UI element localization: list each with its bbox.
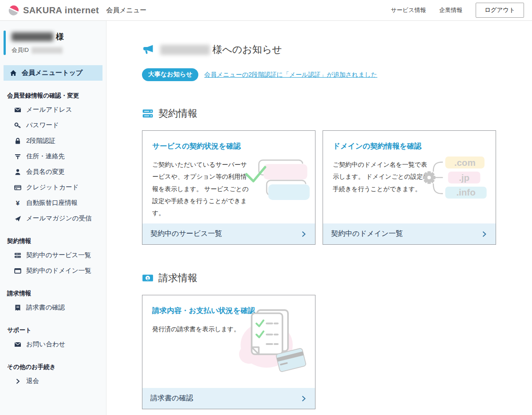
sidebar-item-label: 契約中のサービス一覧 — [26, 251, 91, 259]
sidebar-item-services-list[interactable]: 契約中のサービス一覧 — [4, 247, 102, 263]
empty-slot — [323, 295, 496, 409]
person-icon — [14, 168, 21, 176]
brand-name: SAKURA internet — [23, 5, 99, 16]
sidebar: 様 会員ID 会員メニュートップ 会員登録情報の確認・変更 メールアドレス パス… — [0, 21, 106, 415]
sidebar-item-email-address[interactable]: メールアドレス — [4, 102, 102, 117]
main-content: 様へのお知らせ 大事なお知らせ 会員メニューの2段階認証に「メール認証」が追加さ… — [106, 21, 532, 415]
lock-icon — [14, 137, 21, 145]
server-stack-icon — [14, 252, 21, 259]
user-name-suffix: 様 — [56, 31, 64, 42]
sidebar-item-member-name-change[interactable]: 会員名の変更 — [4, 164, 102, 180]
sidebar-item-label: 2段階認証 — [26, 137, 55, 145]
sidebar-item-label: パスワード — [26, 121, 59, 129]
sidebar-section-contract: 契約情報 契約中のサービス一覧 契約中のドメイン一覧 — [0, 237, 106, 278]
brand[interactable]: SAKURA internet — [8, 4, 99, 16]
sidebar-section-title: 請求情報 — [4, 290, 102, 298]
sidebar-section-title: その他のお手続き — [4, 363, 102, 371]
sidebar-section-title: サポート — [4, 326, 102, 334]
mail-icon — [14, 341, 21, 348]
home-icon — [10, 70, 17, 77]
domains-illustration: .com .jp .info — [419, 150, 489, 206]
browser-window-icon — [14, 267, 21, 274]
link-service-info[interactable]: サービス情報 — [391, 6, 426, 14]
sidebar-item-password[interactable]: パスワード — [4, 117, 102, 133]
announcement-title: 様へのお知らせ — [213, 43, 282, 56]
sidebar-item-two-factor-auth[interactable]: 2段階認証 — [4, 133, 102, 149]
card-footer-label: 契約中のドメイン一覧 — [331, 229, 403, 239]
link-corporate-info[interactable]: 企業情報 — [439, 6, 462, 14]
chevron-right-icon — [14, 378, 21, 385]
sidebar-item-label: 請求書の確認 — [26, 303, 65, 312]
redacted-user-name — [12, 32, 53, 41]
redacted-user-name — [160, 45, 210, 55]
megaphone-icon — [142, 43, 154, 56]
chevron-right-icon — [481, 231, 488, 238]
sidebar-item-label: 住所・連絡先 — [26, 152, 65, 161]
sidebar-item-invoice-check[interactable]: 請求書の確認 — [4, 300, 102, 315]
sakura-logo-icon — [8, 4, 20, 16]
banknote-icon: 1 — [142, 272, 154, 284]
sidebar-item-mail-magazine[interactable]: メールマガジンの受信 — [4, 211, 102, 226]
sidebar-item-label: メールマガジンの受信 — [26, 214, 91, 223]
sidebar-section-title: 契約情報 — [4, 237, 102, 245]
sidebar-section-billing: 請求情報 請求書の確認 — [0, 290, 106, 315]
announcement-row: 大事なお知らせ 会員メニューの2段階認証に「メール認証」が追加されました — [142, 68, 532, 81]
card-services: サービスの契約状況を確認 ご契約いただいているサーバーサービスや、オプション等の… — [142, 130, 315, 245]
svg-text:.jp: .jp — [459, 172, 469, 183]
sidebar-item-label: 会員メニュートップ — [22, 69, 83, 77]
card-body: ご契約いただいているサーバーサービスや、オプション等の利用情報を表示します。 サ… — [152, 159, 251, 219]
bottom-spacer — [142, 409, 532, 415]
user-accent-bar — [4, 31, 6, 55]
logout-button[interactable]: ログアウト — [476, 3, 524, 18]
card-footer-label: 請求書の確認 — [150, 394, 193, 403]
sidebar-item-label: メールアドレス — [26, 106, 72, 114]
sidebar-item-domains-list[interactable]: 契約中のドメイン一覧 — [4, 263, 102, 278]
announcement-link[interactable]: 会員メニューの2段階認証に「メール認証」が追加されました — [204, 71, 377, 79]
card-footer-label: 契約中のサービス一覧 — [150, 229, 222, 239]
card-domains: ドメインの契約情報を確認 ご契約中のドメイン名を一覧で表示します。 ドメインごと… — [323, 130, 496, 245]
svg-text:.com: .com — [454, 157, 476, 168]
server-stack-icon — [142, 108, 154, 119]
billing-section-heading: 1 請求情報 — [142, 271, 532, 285]
chevron-right-icon — [300, 395, 307, 402]
services-list-button[interactable]: 契約中のサービス一覧 — [142, 223, 315, 244]
invoice-illustration — [227, 307, 306, 373]
sidebar-section-account: 会員登録情報の確認・変更 メールアドレス パスワード 2段階認証 — [0, 92, 106, 226]
header: SAKURA internet 会員メニュー サービス情報 企業情報 ログアウト — [0, 0, 532, 21]
sidebar-section-other: その他のお手続き 退会 — [0, 363, 106, 389]
card-title: ドメインの契約情報を確認 — [333, 141, 486, 151]
sidebar-item-withdrawal[interactable]: 退会 — [4, 373, 102, 389]
domains-list-button[interactable]: 契約中のドメイン一覧 — [323, 223, 496, 244]
sidebar-item-label: クレジットカード — [26, 183, 79, 192]
paper-plane-icon — [14, 215, 21, 222]
sidebar-item-bank-transfer-account[interactable]: ¥ 自動振替口座情報 — [4, 195, 102, 211]
sidebar-item-label: 自動振替口座情報 — [26, 199, 78, 207]
credit-card-icon — [14, 184, 21, 191]
user-block: 様 会員ID — [4, 31, 106, 55]
postal-mark-icon — [14, 153, 21, 160]
contract-section-heading: 契約情報 — [142, 107, 532, 120]
sidebar-section-support: サポート お問い合わせ — [0, 326, 106, 352]
app-title: 会員メニュー — [106, 6, 146, 15]
sidebar-item-contact[interactable]: お問い合わせ — [4, 337, 102, 352]
card-title: サービスの契約状況を確認 — [152, 141, 305, 151]
important-notice-badge: 大事なお知らせ — [142, 68, 198, 81]
sidebar-item-address-contact[interactable]: 住所・連絡先 — [4, 149, 102, 164]
invoice-check-button[interactable]: 請求書の確認 — [142, 388, 315, 409]
sidebar-section-title: 会員登録情報の確認・変更 — [4, 92, 102, 100]
sidebar-item-credit-card[interactable]: クレジットカード — [4, 180, 102, 195]
sidebar-item-label: お問い合わせ — [26, 340, 65, 348]
svg-text:.info: .info — [456, 188, 475, 198]
redacted-member-id — [32, 47, 63, 54]
svg-text:1: 1 — [146, 276, 149, 281]
yen-icon: ¥ — [14, 199, 21, 207]
header-nav: サービス情報 企業情報 ログアウト — [391, 3, 524, 18]
sidebar-item-label: 契約中のドメイン一覧 — [26, 266, 91, 275]
announcement-heading: 様へのお知らせ — [142, 43, 532, 56]
sidebar-item-member-menu-top[interactable]: 会員メニュートップ — [4, 65, 102, 81]
key-icon — [14, 122, 21, 129]
mail-icon — [14, 106, 21, 114]
section-title: 契約情報 — [158, 107, 197, 120]
card-billing: 請求内容・お支払い状況を確認 発行済の請求書を表示します。 — [142, 295, 315, 409]
sidebar-item-label: 退会 — [26, 377, 39, 385]
